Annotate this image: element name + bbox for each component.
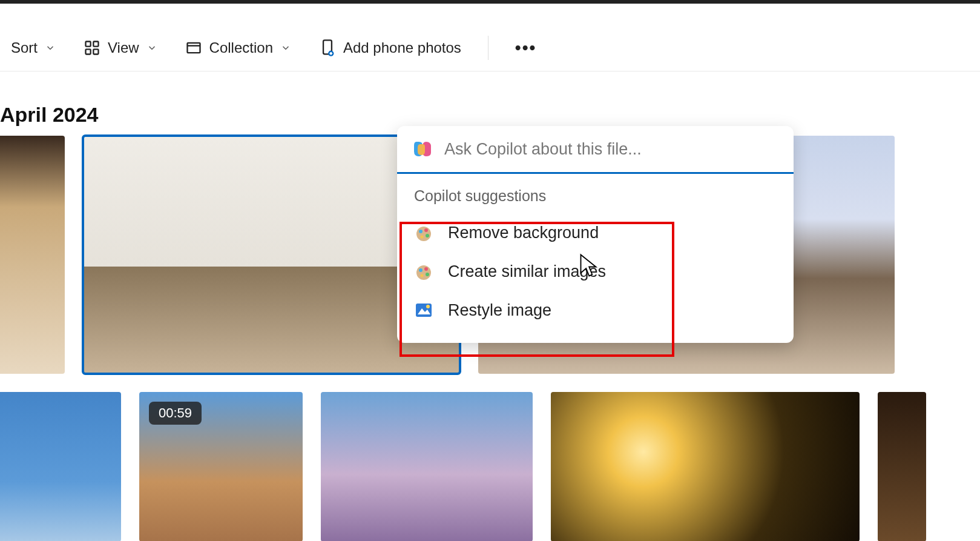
chevron-down-icon [146,42,157,53]
collection-button[interactable]: Collection [180,36,296,60]
suggestions-heading: Copilot suggestions [397,174,794,210]
photo-thumb[interactable] [321,392,533,541]
view-label: View [108,39,139,56]
chevron-down-icon [280,42,291,53]
photo-thumb[interactable] [0,392,121,541]
svg-point-22 [426,305,430,308]
suggestion-create-similar[interactable]: Create similar images [397,252,794,291]
svg-point-14 [421,236,424,239]
more-icon: ••• [515,38,536,58]
svg-point-18 [426,273,429,276]
suggestions-list: Remove background Create similar images … [397,210,794,343]
svg-rect-4 [187,42,200,52]
phone-add-icon [319,39,336,57]
grid-icon [84,39,100,56]
svg-point-19 [421,274,424,277]
svg-point-16 [419,268,423,272]
svg-point-10 [416,227,431,241]
paint-palette-icon [414,262,433,281]
svg-rect-2 [86,49,91,54]
copilot-popup: Copilot suggestions Remove background Cr… [397,126,794,343]
svg-rect-0 [86,41,91,46]
svg-rect-3 [93,49,98,54]
more-button[interactable]: ••• [510,35,541,61]
sort-button[interactable]: Sort [6,36,61,60]
toolbar-divider [488,36,488,60]
suggestion-label: Remove background [448,224,599,242]
toolbar: Sort View Collection Add phone photos ••… [0,24,980,71]
suggestion-label: Restyle image [448,301,551,320]
paint-palette-icon [414,223,433,242]
video-thumb[interactable]: 00:59 [139,392,303,541]
collection-label: Collection [209,39,273,56]
photo-thumb[interactable] [0,136,65,374]
view-button[interactable]: View [79,36,162,60]
copilot-icon [412,138,433,160]
section-heading: April 2024 [0,103,99,127]
svg-rect-1 [93,41,98,46]
collection-icon [185,39,202,56]
copilot-input-row [397,126,794,174]
suggestion-remove-background[interactable]: Remove background [397,213,794,252]
svg-point-12 [424,228,428,232]
add-phone-photos-button[interactable]: Add phone photos [314,35,466,61]
suggestion-label: Create similar images [448,262,606,281]
photo-thumb[interactable] [878,392,926,541]
svg-point-17 [424,267,428,271]
svg-point-11 [419,230,423,233]
svg-point-13 [426,234,429,237]
sort-label: Sort [11,39,38,56]
video-duration-badge: 00:59 [149,402,202,425]
picture-icon [414,300,433,320]
svg-point-15 [416,265,431,280]
window-top-border [0,0,980,4]
suggestion-restyle-image[interactable]: Restyle image [397,291,794,330]
copilot-input[interactable] [444,140,779,159]
chevron-down-icon [45,42,56,53]
add-phone-label: Add phone photos [343,39,461,56]
photo-thumb[interactable] [551,392,860,541]
